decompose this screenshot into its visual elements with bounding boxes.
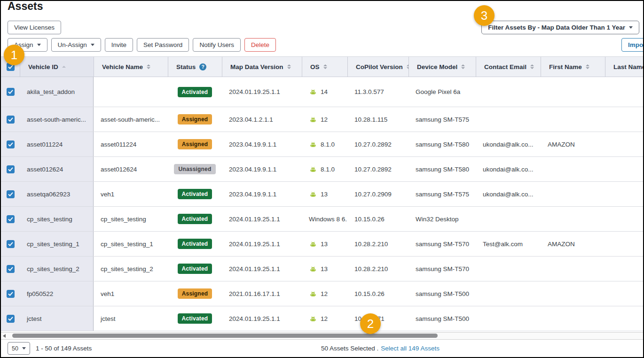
copilot-version-value: 10.27.0.2892 bbox=[354, 141, 392, 148]
column-header-vehicle-id[interactable]: Vehicle ID bbox=[20, 57, 94, 77]
unassign-button[interactable]: Un-Assign bbox=[51, 38, 101, 52]
scroll-left-arrow-icon[interactable] bbox=[3, 334, 6, 338]
row-checkbox-cell bbox=[1, 182, 20, 206]
row-checkbox[interactable] bbox=[7, 140, 15, 148]
delete-button[interactable]: Delete bbox=[244, 38, 276, 52]
column-label: Device Model bbox=[417, 63, 457, 70]
import-button[interactable]: Import bbox=[621, 38, 644, 52]
row-checkbox[interactable] bbox=[7, 88, 15, 96]
copilot-version-cell: 10.28.1.115 bbox=[347, 107, 408, 132]
column-header-contact-email[interactable]: Contact Email bbox=[476, 57, 541, 77]
vehicle-id-cell: cp_sites_testing_1 bbox=[20, 232, 94, 256]
check-icon bbox=[8, 167, 13, 171]
column-header-os[interactable]: OS bbox=[302, 57, 347, 77]
os-value: 12 bbox=[321, 315, 328, 322]
page-size-select[interactable]: 50 bbox=[8, 342, 30, 355]
vehicle-name-cell: cp_sites_testing bbox=[94, 207, 168, 231]
notify-users-button[interactable]: Notify Users bbox=[193, 38, 241, 52]
status-cell: Assigned bbox=[168, 281, 222, 306]
column-header-first-name[interactable]: First Name bbox=[541, 57, 605, 77]
table-row[interactable]: fp050522 veh1 Assigned 2021.01.16.17.1.1 bbox=[1, 281, 643, 306]
status-cell: Unassigned bbox=[168, 157, 222, 181]
row-checkbox[interactable] bbox=[7, 190, 15, 198]
column-header-last-name[interactable]: Last Name bbox=[605, 57, 644, 77]
row-checkbox[interactable] bbox=[7, 215, 15, 223]
table-row[interactable]: asset012624 asset012624 Unassigned 2023.… bbox=[1, 157, 643, 182]
set-password-button[interactable]: Set Password bbox=[137, 38, 189, 52]
row-checkbox[interactable] bbox=[7, 240, 15, 248]
column-label: Status bbox=[176, 63, 196, 70]
pagination-footer: 50 1 - 50 of 149 Assets 50 Assets Select… bbox=[1, 340, 643, 358]
row-checkbox[interactable] bbox=[7, 116, 15, 124]
first-name-cell bbox=[541, 182, 605, 206]
copilot-version-value: 10.28.1.115 bbox=[354, 116, 387, 123]
row-checkbox[interactable] bbox=[7, 315, 15, 323]
table-row[interactable]: cp_sites_testing cp_sites_testing Activa… bbox=[1, 207, 643, 232]
device-model-value: samsung SM-T575 bbox=[416, 116, 469, 123]
table-row[interactable]: asset-south-americ... asset-south-americ… bbox=[1, 107, 643, 132]
row-checkbox[interactable] bbox=[7, 290, 15, 298]
check-icon bbox=[8, 242, 13, 246]
column-label: OS bbox=[310, 63, 320, 70]
status-cell: Activated bbox=[168, 182, 222, 206]
table-row[interactable]: jctest jctest Activated 2024.01.19.25.1.… bbox=[1, 306, 643, 331]
os-cell: 8.1.0 bbox=[302, 132, 347, 156]
contact-email-cell bbox=[476, 107, 541, 132]
chevron-down-icon bbox=[37, 44, 41, 46]
table-row[interactable]: assetqa062923 veh1 Activated 2023.04.19.… bbox=[1, 182, 643, 207]
column-header-copilot-version[interactable]: CoPilot Version bbox=[347, 57, 408, 77]
view-licenses-button[interactable]: View Licenses bbox=[8, 21, 61, 34]
page-title: Assets bbox=[8, 0, 43, 13]
table-row[interactable]: cp_sites_testing_2 cp_sites_testing_2 Ac… bbox=[1, 257, 643, 281]
status-help-icon[interactable]: ? bbox=[199, 63, 206, 70]
copilot-version-cell: 10.27.0.2892 bbox=[347, 132, 408, 156]
sort-icon bbox=[461, 64, 465, 69]
device-model-value: samsung SM-T575 bbox=[416, 191, 469, 198]
sort-icon bbox=[323, 64, 327, 69]
row-checkbox[interactable] bbox=[7, 265, 15, 273]
os-value: 12 bbox=[321, 290, 328, 297]
table-row[interactable]: cp_sites_testing_1 cp_sites_testing_1 Ac… bbox=[1, 232, 643, 257]
map-data-version-value: 2024.01.19.25.1.1 bbox=[229, 216, 280, 223]
contact-email-cell bbox=[476, 306, 541, 331]
os-cell: 12 bbox=[302, 281, 347, 306]
check-icon bbox=[8, 142, 13, 147]
device-model-cell: samsung SM-T500 bbox=[408, 306, 476, 331]
select-all-assets-link[interactable]: Select all 149 Assets bbox=[381, 345, 440, 352]
vehicle-name-cell: cp_sites_testing_1 bbox=[94, 232, 168, 256]
vehicle-name-value: cp_sites_testing_1 bbox=[101, 241, 153, 248]
os-value: 13 bbox=[321, 241, 328, 248]
android-icon bbox=[309, 291, 317, 297]
android-icon bbox=[309, 241, 317, 247]
device-model-value: samsung SM-T580 bbox=[416, 166, 469, 173]
chevron-down-icon bbox=[91, 44, 94, 46]
android-icon bbox=[309, 89, 317, 95]
row-checkbox[interactable] bbox=[7, 165, 15, 173]
scrollbar-thumb[interactable] bbox=[12, 334, 438, 338]
row-checkbox-cell bbox=[1, 232, 20, 256]
column-header-device-model[interactable]: Device Model bbox=[408, 57, 476, 77]
column-header-status[interactable]: Status? bbox=[168, 57, 222, 77]
row-checkbox-cell bbox=[1, 157, 20, 181]
map-data-version-cell: 2024.01.19.25.1.1 bbox=[222, 257, 302, 281]
column-header-map-data-version[interactable]: Map Data Version bbox=[222, 57, 302, 77]
vehicle-id-cell: asset-south-americ... bbox=[20, 107, 94, 132]
filter-assets-dropdown[interactable]: Filter Assets By - Map Data Older Than 1… bbox=[481, 21, 639, 34]
copilot-version-cell: 10.15.0.26 bbox=[347, 281, 408, 306]
first-name-cell bbox=[541, 281, 605, 306]
table-row[interactable]: akila_test_addon Activated 2024.01.19.25… bbox=[1, 77, 643, 107]
column-label: Last Name bbox=[613, 63, 644, 70]
table-row[interactable]: asset011224 asset011224 Assigned 2023.04… bbox=[1, 132, 643, 157]
status-badge: Assigned bbox=[178, 139, 212, 149]
status-badge: Activated bbox=[178, 189, 212, 199]
column-header-vehicle-name[interactable]: Vehicle Name bbox=[94, 57, 168, 77]
first-name-cell: AMAZON bbox=[541, 232, 605, 256]
invite-button[interactable]: Invite bbox=[105, 38, 133, 52]
check-icon bbox=[8, 192, 13, 196]
last-name-cell bbox=[605, 182, 644, 206]
vehicle-name-cell: asset-south-americ... bbox=[94, 107, 168, 132]
horizontal-scrollbar[interactable] bbox=[1, 332, 643, 340]
vehicle-id-value: asset012624 bbox=[27, 166, 63, 173]
first-name-cell bbox=[541, 306, 605, 331]
action-buttons-row: Assign Un-Assign Invite Set Password Not… bbox=[8, 38, 276, 52]
